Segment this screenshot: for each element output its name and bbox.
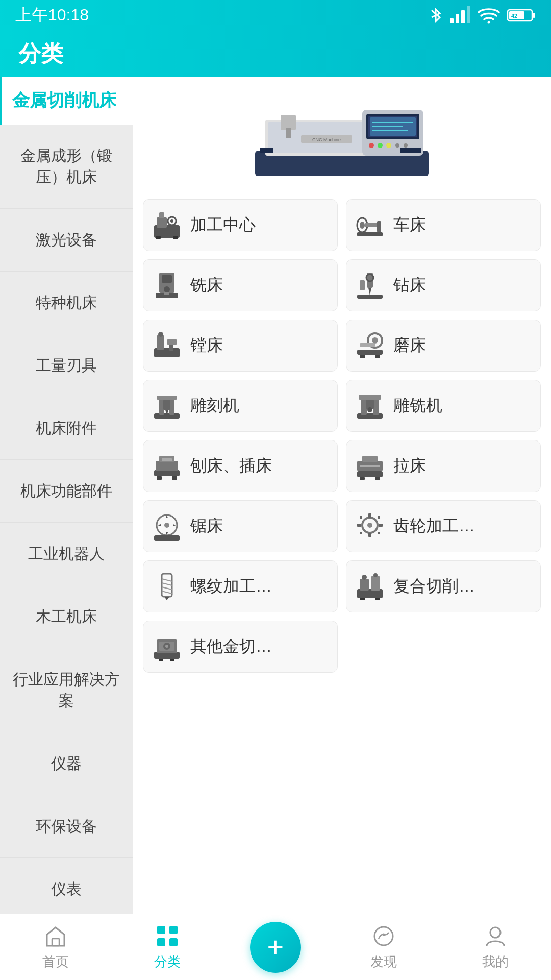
svg-point-114 — [373, 573, 378, 577]
top-bar: 分类 — [0, 31, 551, 77]
category-card-bcc[interactable]: 刨床、插床 — [143, 440, 338, 492]
sidebar-item-forging[interactable]: 金属成形（锻压）机床 — [0, 125, 133, 209]
sidebar-item-woodwork[interactable]: 木工机床 — [0, 585, 133, 648]
sidebar-item-functional[interactable]: 机床功能部件 — [0, 460, 133, 523]
sidebar-item-active[interactable]: 金属切削机床 — [0, 77, 133, 125]
svg-rect-126 — [169, 926, 178, 934]
svg-line-106 — [162, 583, 172, 585]
svg-rect-124 — [52, 939, 59, 946]
category-card-xc[interactable]: 铣床 — [143, 259, 338, 311]
category-card-tc[interactable]: 镗床 — [143, 320, 338, 372]
category-label-cc: 车床 — [393, 214, 426, 236]
svg-marker-109 — [164, 597, 169, 600]
svg-point-22 — [395, 143, 399, 148]
svg-rect-93 — [154, 535, 180, 541]
svg-rect-127 — [157, 938, 165, 946]
nav-home[interactable]: 首页 — [27, 918, 84, 976]
category-label-fhqx: 复合切削… — [393, 575, 475, 598]
add-icon: + — [267, 933, 284, 962]
category-card-lwjg[interactable]: 螺纹加工… — [143, 560, 338, 612]
svg-rect-103 — [378, 532, 380, 534]
category-label-xc: 铣床 — [190, 274, 223, 297]
nav-add-button[interactable]: + — [250, 922, 301, 973]
svg-rect-111 — [360, 579, 369, 591]
svg-rect-53 — [157, 335, 164, 350]
status-bar: 上午10:18 42 — [0, 0, 551, 31]
svg-rect-6 — [533, 13, 535, 18]
svg-point-121 — [165, 645, 168, 648]
svg-point-95 — [367, 523, 372, 528]
category-card-jgzx[interactable]: 加工中心 — [143, 199, 338, 251]
nav-mine[interactable]: 我的 — [467, 918, 524, 976]
discover-icon — [371, 923, 396, 949]
svg-line-107 — [162, 587, 172, 590]
category-card-lc[interactable]: 拉床 — [346, 440, 541, 492]
other-metal-icon — [152, 631, 182, 662]
gear-processing-icon — [355, 511, 385, 542]
sidebar-item-accessories[interactable]: 机床附件 — [0, 397, 133, 460]
category-card-clgj[interactable]: 齿轮加工… — [346, 500, 541, 552]
engraving-icon — [152, 390, 182, 421]
svg-point-44 — [164, 286, 170, 292]
svg-rect-98 — [357, 524, 361, 527]
category-card-fhqx[interactable]: 复合切削… — [346, 560, 541, 612]
svg-rect-0 — [450, 18, 454, 23]
nav-mine-label: 我的 — [482, 953, 509, 971]
sidebar-item-enviro[interactable]: 环保设备 — [0, 795, 133, 858]
svg-rect-32 — [159, 212, 164, 218]
category-label-zc: 钻床 — [393, 274, 426, 297]
svg-point-130 — [383, 934, 385, 936]
category-label-juc: 锯床 — [190, 515, 223, 537]
thread-icon — [152, 571, 182, 602]
nav-discover-label: 发现 — [370, 953, 397, 971]
sidebar-item-special[interactable]: 特种机床 — [0, 272, 133, 334]
nav-discover[interactable]: 发现 — [355, 918, 412, 976]
user-icon — [483, 923, 508, 949]
svg-point-131 — [490, 927, 500, 938]
category-card-mc[interactable]: 磨床 — [346, 320, 541, 372]
sidebar-item-robot[interactable]: 工业机器人 — [0, 523, 133, 585]
svg-point-113 — [362, 575, 367, 580]
svg-rect-78 — [157, 476, 162, 480]
category-card-zc[interactable]: 钻床 — [346, 259, 541, 311]
sidebar-item-laser[interactable]: 激光设备 — [0, 209, 133, 272]
sidebar-item-industry[interactable]: 行业应用解决方案 — [0, 648, 133, 732]
svg-point-129 — [374, 927, 393, 945]
status-time: 上午10:18 — [15, 4, 89, 27]
category-card-cc[interactable]: 车床 — [346, 199, 541, 251]
nav-category[interactable]: 分类 — [139, 918, 196, 976]
home-icon — [43, 923, 68, 949]
svg-line-105 — [162, 579, 172, 581]
category-card-djj[interactable]: 雕刻机 — [143, 380, 338, 432]
svg-rect-54 — [167, 339, 177, 345]
svg-point-58 — [372, 337, 378, 344]
svg-rect-79 — [172, 476, 177, 480]
svg-rect-83 — [362, 456, 378, 462]
svg-rect-122 — [159, 659, 163, 661]
svg-rect-72 — [359, 395, 381, 400]
category-label-lwjg: 螺纹加工… — [190, 575, 272, 598]
svg-point-19 — [369, 143, 374, 148]
svg-marker-90 — [173, 524, 176, 526]
sidebar-item-meter[interactable]: 仪表 — [0, 858, 133, 921]
svg-point-74 — [367, 407, 372, 412]
category-card-dxj[interactable]: 雕铣机 — [346, 380, 541, 432]
svg-rect-99 — [379, 524, 383, 527]
svg-rect-80 — [162, 458, 172, 461]
category-card-juc[interactable]: 锯床 — [143, 500, 338, 552]
category-label-tc: 镗床 — [190, 334, 223, 357]
category-card-qtjq[interactable]: 其他金切… — [143, 621, 338, 673]
machining-center-icon — [152, 210, 182, 240]
compound-cutting-icon — [355, 571, 385, 602]
category-label-bcc: 刨床、插床 — [190, 455, 272, 477]
svg-rect-123 — [170, 659, 174, 661]
svg-text:42: 42 — [511, 13, 517, 19]
sidebar-item-tools[interactable]: 工量刃具 — [0, 334, 133, 397]
svg-rect-27 — [400, 148, 421, 153]
svg-rect-31 — [157, 217, 167, 228]
svg-rect-67 — [163, 400, 170, 410]
svg-rect-82 — [357, 471, 383, 477]
sidebar-item-instrument[interactable]: 仪器 — [0, 732, 133, 795]
svg-point-23 — [404, 143, 408, 148]
svg-point-34 — [170, 219, 173, 223]
